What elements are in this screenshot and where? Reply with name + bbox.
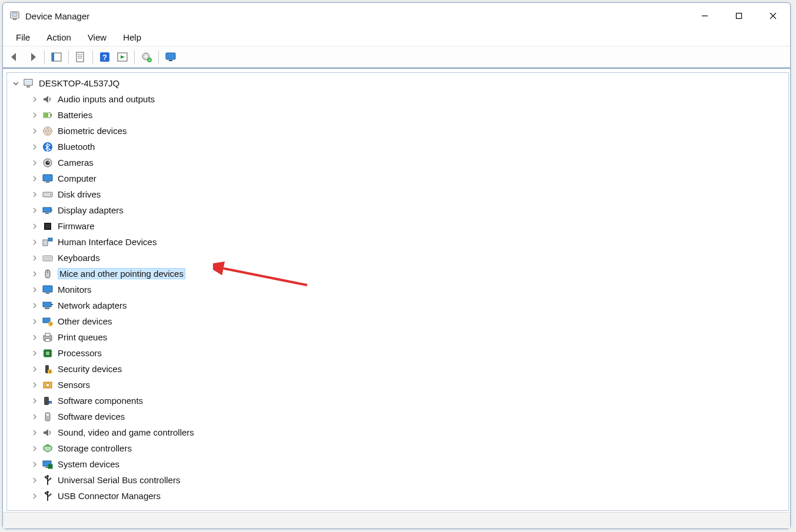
svg-point-74 xyxy=(46,383,49,387)
category-software-components[interactable]: +Software components xyxy=(31,393,788,409)
chevron-right-icon[interactable] xyxy=(31,302,39,310)
toolbar-uninstall-device[interactable]: + xyxy=(138,49,155,65)
svg-text:?: ? xyxy=(49,322,52,326)
maximize-button[interactable] xyxy=(722,3,756,29)
usb-icon xyxy=(41,474,54,487)
hid-icon xyxy=(41,236,54,249)
category-system-devices[interactable]: System devices xyxy=(31,456,788,472)
menu-file[interactable]: File xyxy=(8,30,38,45)
chevron-right-icon[interactable] xyxy=(31,429,39,437)
cpu-icon xyxy=(41,347,54,360)
category-security-devices[interactable]: Security devices xyxy=(31,361,788,377)
sensor-icon xyxy=(41,379,54,392)
chevron-right-icon[interactable] xyxy=(31,317,39,326)
category-label: Sensors xyxy=(58,380,90,390)
category-label: Biometric devices xyxy=(58,126,127,136)
svg-point-17 xyxy=(145,55,147,58)
chevron-right-icon[interactable] xyxy=(31,476,39,484)
toolbar-scan-hardware[interactable] xyxy=(162,49,179,65)
window-controls xyxy=(688,3,790,29)
category-processors[interactable]: Processors xyxy=(31,345,788,361)
chevron-right-icon[interactable] xyxy=(31,333,39,342)
toolbar-update-driver[interactable] xyxy=(114,49,131,65)
chevron-right-icon[interactable] xyxy=(31,349,39,357)
category-print-queues[interactable]: Print queues xyxy=(31,329,788,345)
category-label: Batteries xyxy=(58,110,92,120)
chevron-right-icon[interactable] xyxy=(31,159,39,167)
chevron-right-icon[interactable] xyxy=(31,381,39,389)
category-label: Cameras xyxy=(58,158,94,168)
chevron-right-icon[interactable] xyxy=(31,286,39,294)
system-icon xyxy=(41,458,54,471)
toolbar-nav-forward[interactable] xyxy=(24,49,41,65)
svg-rect-54 xyxy=(45,307,49,309)
menu-help[interactable]: Help xyxy=(115,30,149,45)
category-batteries[interactable]: Batteries xyxy=(31,107,788,123)
toolbar-separator xyxy=(44,51,45,63)
svg-text:?: ? xyxy=(102,53,107,62)
svg-point-34 xyxy=(48,162,49,163)
category-mice-and-other-pointing-devices[interactable]: Mice and other pointing devices xyxy=(31,266,788,282)
chevron-right-icon[interactable] xyxy=(31,222,39,230)
category-sensors[interactable]: Sensors xyxy=(31,377,788,393)
category-keyboards[interactable]: Keyboards xyxy=(31,250,788,266)
menu-view[interactable]: View xyxy=(79,30,115,45)
category-human-interface-devices[interactable]: Human Interface Devices xyxy=(31,234,788,250)
category-cameras[interactable]: Cameras xyxy=(31,155,788,170)
svg-rect-21 xyxy=(169,60,172,61)
category-display-adapters[interactable]: Display adapters xyxy=(31,202,788,218)
chevron-right-icon[interactable] xyxy=(31,254,39,262)
chevron-right-icon[interactable] xyxy=(31,206,39,215)
category-usb-connector-managers[interactable]: USB Connector Managers xyxy=(31,488,788,504)
expand-icon[interactable] xyxy=(12,79,20,88)
category-label: Human Interface Devices xyxy=(58,237,156,247)
svg-rect-75 xyxy=(44,397,49,405)
category-other-devices[interactable]: ?Other devices xyxy=(31,313,788,329)
svg-point-90 xyxy=(50,493,52,495)
chevron-right-icon[interactable] xyxy=(31,238,39,246)
category-disk-drives[interactable]: Disk drives xyxy=(31,186,788,202)
chevron-right-icon[interactable] xyxy=(31,492,39,500)
svg-point-86 xyxy=(50,477,52,479)
chevron-right-icon[interactable] xyxy=(31,365,39,373)
chevron-right-icon[interactable] xyxy=(31,460,39,469)
category-label: Monitors xyxy=(58,285,92,295)
svg-rect-43 xyxy=(45,224,50,229)
category-bluetooth[interactable]: Bluetooth xyxy=(31,139,788,155)
category-audio-inputs-and-outputs[interactable]: Audio inputs and outputs xyxy=(31,91,788,107)
category-firmware[interactable]: Firmware xyxy=(31,218,788,234)
category-software-devices[interactable]: Software devices xyxy=(31,409,788,424)
close-button[interactable] xyxy=(756,3,790,29)
category-monitors[interactable]: Monitors xyxy=(31,282,788,297)
svg-rect-39 xyxy=(43,208,51,212)
chevron-right-icon[interactable] xyxy=(31,190,39,199)
tree-root-node[interactable]: DESKTOP-4L537JQ xyxy=(12,75,788,91)
device-tree[interactable]: DESKTOP-4L537JQAudio inputs and outputsB… xyxy=(6,72,789,511)
svg-rect-24 xyxy=(26,86,30,88)
chevron-right-icon[interactable] xyxy=(31,143,39,151)
category-universal-serial-bus-controllers[interactable]: Universal Serial Bus controllers xyxy=(31,472,788,488)
toolbar-nav-back[interactable] xyxy=(6,49,23,65)
category-biometric-devices[interactable]: Biometric devices xyxy=(31,123,788,139)
toolbar-properties[interactable] xyxy=(72,49,89,65)
category-storage-controllers[interactable]: Storage controllers xyxy=(31,440,788,456)
svg-rect-26 xyxy=(51,114,52,116)
root-label: DESKTOP-4L537JQ xyxy=(39,78,119,88)
svg-rect-41 xyxy=(45,213,49,214)
chevron-right-icon[interactable] xyxy=(31,270,39,278)
chevron-right-icon[interactable] xyxy=(31,111,39,119)
category-computer[interactable]: Computer xyxy=(31,170,788,186)
menu-action[interactable]: Action xyxy=(38,30,79,45)
chevron-right-icon[interactable] xyxy=(31,413,39,421)
svg-point-30 xyxy=(46,130,49,132)
chevron-right-icon[interactable] xyxy=(31,127,39,135)
toolbar-show-hidden[interactable] xyxy=(48,49,65,65)
chevron-right-icon[interactable] xyxy=(31,175,39,183)
chevron-right-icon[interactable] xyxy=(31,444,39,453)
chevron-right-icon[interactable] xyxy=(31,397,39,405)
chevron-right-icon[interactable] xyxy=(31,95,39,103)
category-sound-video-and-game-controllers[interactable]: Sound, video and game controllers xyxy=(31,424,788,440)
minimize-button[interactable] xyxy=(688,3,722,29)
category-network-adapters[interactable]: Network adapters xyxy=(31,297,788,313)
toolbar-help[interactable]: ? xyxy=(96,49,113,65)
